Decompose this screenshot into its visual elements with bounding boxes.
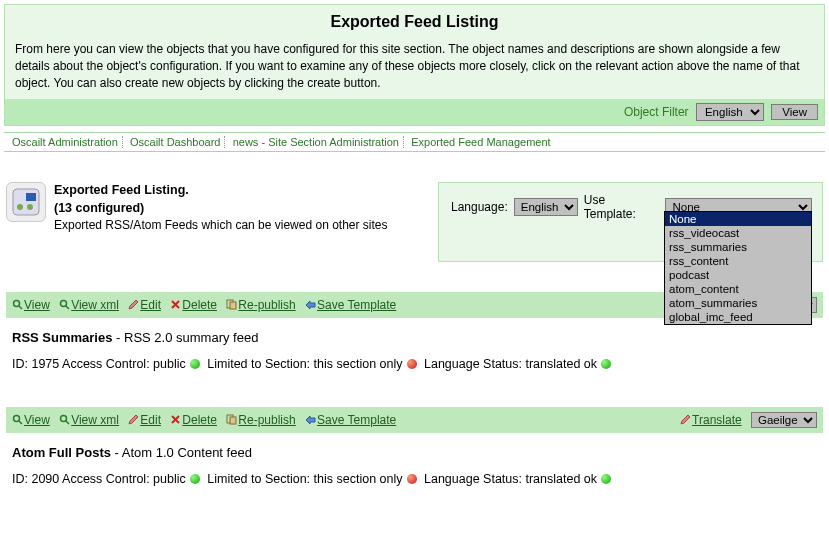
breadcrumb-item[interactable]: Exported Feed Management [407,136,554,148]
header-panel: Exported Feed Listing From here you can … [4,4,825,126]
edit-link[interactable]: Edit [140,413,161,427]
feed-subtitle: - Atom 1.0 Content feed [115,445,252,460]
feed-module-icon [6,182,46,222]
create-template-label: Use Template: [584,193,660,221]
save-template-icon [305,299,316,310]
view-link[interactable]: View [24,413,50,427]
svg-point-14 [61,416,67,422]
status-dot-green-icon [190,474,200,484]
feed-name: Atom Full Posts [12,445,111,460]
template-option[interactable]: atom_content [665,282,811,296]
feed-name: RSS Summaries [12,330,112,345]
svg-rect-19 [230,417,236,424]
delete-link[interactable]: Delete [182,413,217,427]
template-option[interactable]: atom_summaries [665,296,811,310]
template-option[interactable]: rss_summaries [665,240,811,254]
create-panel: Language: English Use Template: None Cre… [438,182,823,262]
republish-link[interactable]: Re-publish [238,298,295,312]
feed-subtitle: - RSS 2.0 summary feed [116,330,258,345]
pencil-icon [128,414,139,425]
pencil-icon [128,299,139,310]
template-option[interactable]: rss_videocast [665,226,811,240]
template-dropdown-open[interactable]: None rss_videocast rss_summaries rss_con… [664,211,812,325]
breadcrumb-item[interactable]: news - Site Section Administration [229,136,404,148]
republish-link[interactable]: Re-publish [238,413,295,427]
delete-icon [170,414,181,425]
view-xml-link[interactable]: View xml [71,413,119,427]
status-dot-green-icon [601,474,611,484]
page-description: From here you can view the objects that … [5,37,824,99]
feed-action-bar: View View xml Edit Delete Re-publish Sav… [6,407,823,433]
republish-icon [226,414,237,425]
listing-desc: Exported RSS/Atom Feeds which can be vie… [54,218,388,232]
feed-meta: ID: 1975 Access Control: public Limited … [6,347,823,377]
view-button[interactable]: View [771,104,818,120]
svg-line-7 [66,306,69,309]
view-link[interactable]: View [24,298,50,312]
magnify-icon [59,414,70,425]
republish-icon [226,299,237,310]
status-dot-green-icon [601,359,611,369]
object-filter-select[interactable]: English [696,103,764,121]
listing-title: Exported Feed Listing. [54,183,189,197]
page-title: Exported Feed Listing [5,5,824,37]
breadcrumb: Oscailt Administration Oscailt Dashboard… [4,132,825,152]
template-option[interactable]: rss_content [665,254,811,268]
status-dot-green-icon [190,359,200,369]
svg-rect-11 [230,302,236,309]
create-language-select[interactable]: English [514,198,578,216]
listing-header: Exported Feed Listing. (13 configured) E… [6,182,823,262]
create-language-label: Language: [451,200,508,214]
object-filter-label: Object Filter [624,105,689,119]
template-option[interactable]: None [665,212,811,226]
status-dot-red-icon [407,474,417,484]
template-option[interactable]: podcast [665,268,811,282]
save-template-link[interactable]: Save Template [317,298,396,312]
delete-link[interactable]: Delete [182,298,217,312]
breadcrumb-item[interactable]: Oscailt Administration [8,136,123,148]
svg-line-5 [19,306,22,309]
translate-link[interactable]: Translate [692,413,742,427]
save-template-icon [305,414,316,425]
magnify-icon [12,414,23,425]
view-xml-link[interactable]: View xml [71,298,119,312]
svg-point-4 [14,301,20,307]
delete-icon [170,299,181,310]
svg-point-6 [61,301,67,307]
feed-meta: ID: 2090 Access Control: public Limited … [6,462,823,492]
svg-rect-0 [13,189,39,215]
object-filter-bar: Object Filter English View [5,99,824,125]
feed-item: View View xml Edit Delete Re-publish Sav… [6,407,823,492]
svg-line-13 [19,421,22,424]
save-template-link[interactable]: Save Template [317,413,396,427]
svg-point-3 [27,204,33,210]
template-option[interactable]: global_imc_feed [665,310,811,324]
svg-point-12 [14,416,20,422]
listing-count: (13 configured) [54,201,144,215]
svg-line-15 [66,421,69,424]
magnify-icon [59,299,70,310]
pencil-icon [680,414,691,425]
feed-language-select[interactable]: Gaeilge [751,412,817,428]
breadcrumb-item[interactable]: Oscailt Dashboard [126,136,226,148]
edit-link[interactable]: Edit [140,298,161,312]
magnify-icon [12,299,23,310]
status-dot-red-icon [407,359,417,369]
svg-point-2 [17,204,23,210]
svg-rect-1 [26,193,36,201]
